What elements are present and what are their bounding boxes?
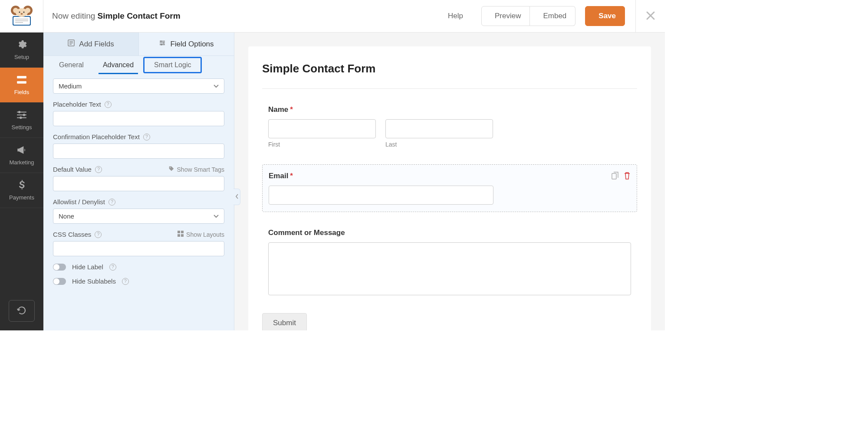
embed-button[interactable]: Embed [530,6,575,26]
save-button[interactable]: Save [585,6,625,26]
field-name[interactable]: Name * First Last [262,102,637,151]
hide-label-toggle[interactable] [53,264,66,271]
svg-point-11 [23,11,24,13]
default-value-input[interactable] [53,176,224,191]
nav-setup[interactable]: Setup [0,33,43,68]
form-preview: Simple Contact Form Name * First Las [248,46,651,330]
subtab-advanced-label: Advanced [103,61,134,69]
last-name-input[interactable] [385,119,493,138]
smart-tags-label: Show Smart Tags [177,166,224,173]
help-button[interactable]: Help [435,6,472,26]
hide-sublabels-text: Hide Sublabels [72,278,116,285]
nav-settings-label: Settings [12,124,32,131]
nav-setup-label: Setup [14,54,29,60]
close-button[interactable] [635,0,665,33]
comment-label: Comment or Message [268,229,345,237]
help-icon[interactable]: ? [143,134,150,140]
revisions-button[interactable] [9,300,35,322]
nav-fields[interactable]: Fields [0,68,43,103]
svg-rect-27 [181,234,184,237]
allowlist-label: Allowlist / Denylist [53,198,105,206]
subtab-smart-logic-label: Smart Logic [154,61,191,69]
show-smart-tags-link[interactable]: Show Smart Tags [168,166,224,173]
svg-rect-26 [178,234,180,237]
tab-add-fields-label: Add Fields [79,40,114,49]
fields-icon [16,75,27,86]
svg-point-22 [163,42,164,44]
nav-fields-label: Fields [14,89,30,95]
hide-sublabels-toggle[interactable] [53,278,66,285]
nav-payments-label: Payments [9,194,34,201]
submit-button[interactable]: Submit [262,313,307,330]
placeholder-text-input[interactable] [53,111,224,126]
css-classes-input[interactable] [53,241,224,256]
duplicate-field-icon[interactable] [612,172,618,181]
embed-label: Embed [543,12,566,20]
svg-point-18 [23,114,25,116]
svg-point-12 [20,13,23,15]
tab-add-fields[interactable]: Add Fields [43,33,139,56]
svg-rect-25 [181,231,184,233]
show-layouts-label: Show Layouts [186,231,224,238]
chevron-left-icon [235,193,239,200]
email-input[interactable] [269,186,493,205]
collapse-panel-button[interactable] [233,189,240,205]
nav-settings[interactable]: Settings [0,103,43,138]
svg-rect-8 [15,22,23,23]
tag-icon [168,166,174,173]
preview-button[interactable]: Preview [481,6,530,26]
undo-icon [17,306,26,316]
help-icon[interactable]: ? [122,278,129,285]
comment-textarea[interactable] [268,242,631,295]
vertical-nav: Setup Fields Settings Marketing Payments [0,33,43,330]
allowlist-select[interactable]: None [53,209,224,224]
svg-point-17 [18,111,20,113]
field-size-select[interactable]: Medium [53,78,224,94]
preview-label: Preview [495,12,521,20]
editing-prefix: Now editing [52,11,95,20]
svg-point-19 [20,117,22,119]
gear-icon [16,39,27,51]
subtab-advanced[interactable]: Advanced [93,56,143,74]
dollar-icon [16,180,27,192]
svg-point-9 [16,8,28,17]
delete-field-icon[interactable] [624,172,631,181]
nav-payments[interactable]: Payments [0,173,43,208]
placeholder-text-label: Placeholder Text [53,101,101,108]
tab-field-options-label: Field Options [170,40,214,49]
field-options-icon [159,39,166,49]
svg-rect-7 [15,20,28,21]
tab-field-options[interactable]: Field Options [139,33,234,56]
name-label: Name [268,105,288,114]
sliders-icon [16,110,27,121]
close-icon [645,10,656,22]
first-name-input[interactable] [268,119,376,138]
nav-marketing[interactable]: Marketing [0,138,43,173]
app-logo[interactable] [0,0,43,33]
first-sublabel: First [268,141,376,148]
help-icon[interactable]: ? [95,231,102,238]
svg-rect-28 [612,173,616,179]
subtab-smart-logic[interactable]: Smart Logic [143,57,202,73]
add-fields-icon [68,39,75,49]
grid-icon [178,231,184,238]
help-label: Help [448,12,463,20]
form-title: Simple Contact Form [262,62,637,89]
field-comment[interactable]: Comment or Message [262,225,637,300]
editing-title: Now editing Simple Contact Form [43,11,435,21]
svg-point-23 [161,44,162,46]
help-icon[interactable]: ? [105,101,112,108]
subtab-general[interactable]: General [49,56,93,74]
field-email[interactable]: Email * [262,164,637,212]
svg-rect-15 [17,76,26,78]
last-sublabel: Last [385,141,493,148]
submit-label: Submit [273,319,296,327]
help-icon[interactable]: ? [95,166,102,173]
confirmation-placeholder-input[interactable] [53,144,224,159]
help-icon[interactable]: ? [109,264,116,271]
svg-rect-16 [17,81,26,83]
required-asterisk: * [290,172,293,180]
help-icon[interactable]: ? [108,199,115,206]
show-layouts-link[interactable]: Show Layouts [178,231,224,238]
svg-rect-24 [178,231,180,233]
